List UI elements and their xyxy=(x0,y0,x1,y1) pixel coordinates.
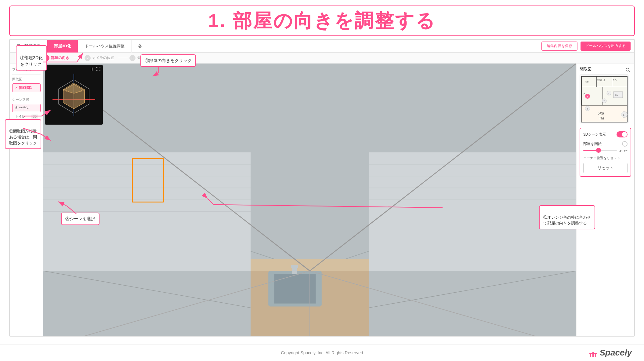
reset-button[interactable]: リセット xyxy=(583,163,628,173)
svg-line-50 xyxy=(629,71,630,72)
main-viewport: ⏸ ⛶ xyxy=(43,64,576,336)
right-panel: 間取図 SB 玄関 洗 xyxy=(576,64,634,336)
svg-text:K: K xyxy=(584,92,585,95)
panorama-background xyxy=(43,64,576,336)
left-sidebar: プロジェクト 間取図 ✓ 間取図1 シーン選択 キッチン トイレ 3D ルーム … xyxy=(10,64,43,336)
kitchen-scene-svg xyxy=(43,64,576,336)
spacely-logo-icon xyxy=(588,346,598,359)
floorplan-thumbnail: SB 玄関 洗 P.S K 1 3 2 CL 洋室 xyxy=(580,75,628,123)
nav-tab-room3d[interactable]: 部屋3D化 xyxy=(47,40,78,53)
search-icon[interactable] xyxy=(624,67,631,73)
svg-text:2: 2 xyxy=(603,100,605,103)
svg-text:5: 5 xyxy=(623,113,624,116)
nav-tab-other[interactable]: 各 xyxy=(132,40,149,53)
3d-scene-toggle[interactable] xyxy=(617,131,628,137)
scene-kitchen[interactable]: キッチン xyxy=(12,104,41,112)
scene-select-label: シーン選択 xyxy=(12,97,41,102)
right-panel-title: 間取図 xyxy=(580,67,631,72)
callout-5: ⑤オレンジ色の枠に合わせ て部屋の向きを調整する xyxy=(539,205,595,229)
nav-tab-dollhouse[interactable]: ドールハウス位置調整 xyxy=(78,40,132,53)
floorplan-item[interactable]: ✓ 間取図1 xyxy=(12,83,41,92)
toggle-3d-scene-row: 3Dシーン表示 xyxy=(583,131,628,137)
svg-text:P.S: P.S xyxy=(613,79,617,82)
orange-selection-box xyxy=(132,158,164,202)
svg-text:SB: SB xyxy=(585,80,589,83)
page-title: 1. 部屋の向きを調整する xyxy=(208,8,436,34)
svg-text:1: 1 xyxy=(587,95,588,98)
callout-1: ①部屋3D化 をクリック xyxy=(16,45,47,71)
corner-reset-label: コーナー位置をリセット xyxy=(583,156,628,160)
floorplan-label: 間取図 xyxy=(12,77,41,82)
export-button[interactable]: ドールハウスを出力する xyxy=(581,42,631,51)
title-box: 1. 部屋の向きを調整する xyxy=(9,5,635,36)
svg-point-49 xyxy=(626,68,629,71)
scene-settings-panel: 3Dシーン表示 部屋を回転 xyxy=(580,128,631,177)
step-2[interactable]: 2 カメラの位置 xyxy=(85,55,114,61)
step-1[interactable]: 1 部屋の向き xyxy=(43,55,69,61)
step-bar: 1 部屋の向き 2 カメラの位置 3 天井の高さ 4 ドアの位置 xyxy=(10,53,634,64)
svg-text:洋室: 洋室 xyxy=(598,112,604,115)
svg-text:7帖: 7帖 xyxy=(599,116,604,120)
top-nav: 同一部屋設定 部屋3D化 ドールハウス位置調整 各 編集内容を保存 ドールハウス… xyxy=(10,40,634,53)
svg-rect-86 xyxy=(589,353,597,354)
preview-3d-box: ⏸ ⛶ xyxy=(45,65,103,125)
save-button[interactable]: 編集内容を保存 xyxy=(541,42,577,51)
pause-icon[interactable]: ⏸ xyxy=(89,67,94,71)
svg-text:CL: CL xyxy=(615,93,618,96)
rotate-icon xyxy=(622,141,628,147)
svg-text:玄関: 玄関 xyxy=(597,79,602,82)
copyright-text: Copyright Spacely, Inc. All Rights Reser… xyxy=(281,350,363,355)
app-ui: 同一部屋設定 部屋3D化 ドールハウス位置調整 各 編集内容を保存 ドールハウス… xyxy=(10,40,634,336)
expand-icon[interactable]: ⛶ xyxy=(96,67,100,71)
callout-4: ④部屋の向きをクリック xyxy=(140,54,196,67)
svg-text:洗: 洗 xyxy=(603,79,605,82)
rotate-room-row: 部屋を回転 xyxy=(583,141,628,147)
svg-rect-16 xyxy=(251,259,369,271)
callout-3: ③シーンを選択 xyxy=(61,213,99,225)
svg-rect-20 xyxy=(291,265,298,268)
svg-rect-84 xyxy=(592,352,594,357)
callout-2: ②間取図が複数 ある場合は、間 取図をクリック xyxy=(5,119,41,149)
brand-logo: Spacely xyxy=(588,346,632,359)
content-area: 同一部屋設定 部屋3D化 ドールハウス位置調整 各 編集内容を保存 ドールハウス… xyxy=(9,39,635,337)
rotation-slider-container: -19.5° xyxy=(583,149,628,153)
brand-name: Spacely xyxy=(599,348,632,358)
footer: Copyright Spacely, Inc. All Rights Reser… xyxy=(0,344,644,361)
svg-text:4: 4 xyxy=(587,108,588,110)
svg-rect-83 xyxy=(590,354,591,357)
svg-text:3: 3 xyxy=(608,92,610,95)
cube-3d-svg xyxy=(52,74,95,116)
